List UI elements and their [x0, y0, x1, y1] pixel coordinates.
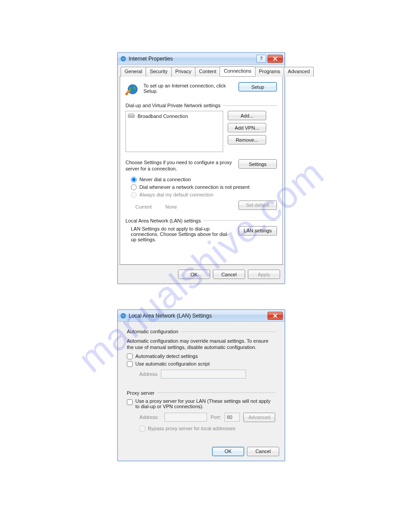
- use-proxy-label: Use a proxy server for your LAN (These s…: [135, 398, 276, 409]
- radio-never-label: Never dial a connection: [139, 177, 191, 182]
- connections-panel: To set up an Internet connection, click …: [120, 76, 283, 265]
- radio-always-dial[interactable]: Always dial my default connection: [131, 192, 277, 198]
- radio-always-label: Always dial my default connection: [139, 192, 213, 197]
- radio-whenever-input[interactable]: [131, 184, 137, 190]
- lan-cancel-button[interactable]: Cancel: [247, 447, 279, 456]
- lan-settings-dialog: Local Area Network (LAN) Settings Automa…: [117, 310, 285, 461]
- globe-icon: [125, 82, 140, 96]
- window-title-lan: Local Area Network (LAN) Settings: [129, 313, 268, 319]
- auto-config-text: Automatic configuration may override man…: [127, 338, 276, 351]
- advanced-button[interactable]: Advanced: [243, 413, 275, 422]
- proxy-legend: Proxy server: [127, 390, 155, 396]
- bypass-checkbox[interactable]: [139, 426, 145, 432]
- setup-button[interactable]: Setup: [238, 82, 277, 92]
- auto-script-checkbox[interactable]: [127, 361, 133, 367]
- settings-button[interactable]: Settings: [238, 159, 277, 169]
- proxy-port-input[interactable]: [225, 413, 240, 422]
- radio-always-input[interactable]: [131, 192, 137, 198]
- auto-detect-checkbox[interactable]: [127, 353, 133, 359]
- tab-general[interactable]: General: [121, 67, 146, 77]
- use-proxy-checkbox[interactable]: [127, 399, 133, 405]
- tab-content[interactable]: Content: [195, 67, 220, 77]
- address-label: Address: [139, 371, 157, 377]
- dialup-group-label: Dial-up and Virtual Private Network sett…: [125, 103, 277, 108]
- auto-script-label: Use automatic configuration script: [135, 361, 210, 366]
- proxy-address-label: Address:: [139, 414, 161, 420]
- radio-dial-whenever[interactable]: Dial whenever a network connection is no…: [131, 184, 277, 190]
- lan-settings-button[interactable]: LAN settings: [238, 226, 277, 235]
- proxy-address-input[interactable]: [164, 413, 207, 422]
- tab-security[interactable]: Security: [146, 67, 172, 77]
- svg-rect-4: [129, 113, 134, 115]
- lan-text: LAN Settings do not apply to dial-up con…: [125, 226, 234, 242]
- auto-config-legend: Automatic configuration: [127, 329, 178, 334]
- add-button[interactable]: Add...: [228, 111, 266, 120]
- set-default-button[interactable]: Set default: [238, 201, 277, 210]
- tab-connections[interactable]: Connections: [220, 66, 255, 76]
- titlebar[interactable]: Internet Properties ?: [118, 53, 285, 65]
- close-button-lan[interactable]: [268, 312, 283, 320]
- dialog-footer: OK Cancel Apply: [118, 265, 285, 283]
- lan-ok-button[interactable]: OK: [212, 447, 244, 456]
- auto-config-group: Automatic configuration Automatic config…: [122, 326, 280, 384]
- tab-privacy[interactable]: Privacy: [171, 67, 195, 77]
- proxy-port-label: Port:: [211, 414, 221, 420]
- cancel-button[interactable]: Cancel: [213, 270, 245, 279]
- internet-options-icon: [120, 55, 127, 62]
- window-title: Internet Properties: [129, 56, 256, 62]
- apply-button[interactable]: Apply: [248, 270, 280, 279]
- close-button[interactable]: [268, 55, 283, 63]
- choose-settings-text: Choose Settings if you need to configure…: [125, 159, 234, 172]
- current-value: None: [165, 204, 177, 209]
- auto-detect-label: Automatically detect settings: [135, 353, 198, 359]
- radio-never-input[interactable]: [131, 177, 137, 183]
- bypass-label: Bypass proxy server for local addresses: [148, 426, 235, 431]
- list-item[interactable]: Broadband Connection: [128, 113, 221, 119]
- tab-strip: General Security Privacy Content Connect…: [121, 67, 283, 77]
- tab-advanced[interactable]: Advanced: [284, 67, 314, 77]
- internet-properties-dialog: Internet Properties ? General Security P…: [117, 52, 285, 284]
- setup-text: To set up an Internet connection, click …: [143, 82, 235, 94]
- script-address-input[interactable]: [161, 370, 246, 379]
- tab-programs[interactable]: Programs: [255, 67, 285, 77]
- ok-button[interactable]: OK: [178, 270, 210, 279]
- help-button[interactable]: ?: [256, 55, 266, 63]
- radio-never-dial[interactable]: Never dial a connection: [131, 177, 277, 183]
- proxy-group: Proxy server Use a proxy server for your…: [122, 388, 280, 439]
- add-vpn-button[interactable]: Add VPN...: [228, 123, 266, 132]
- internet-options-icon: [120, 312, 127, 319]
- modem-icon: [128, 113, 135, 119]
- lan-group-label: Local Area Network (LAN) settings: [125, 218, 277, 223]
- radio-whenever-label: Dial whenever a network connection is no…: [139, 184, 250, 190]
- lan-dialog-footer: OK Cancel: [119, 442, 284, 461]
- titlebar-lan[interactable]: Local Area Network (LAN) Settings: [118, 310, 285, 322]
- list-item-label: Broadband Connection: [138, 113, 188, 119]
- connections-listbox[interactable]: Broadband Connection: [125, 111, 223, 152]
- current-label: Current: [135, 204, 152, 209]
- remove-button[interactable]: Remove...: [228, 135, 266, 144]
